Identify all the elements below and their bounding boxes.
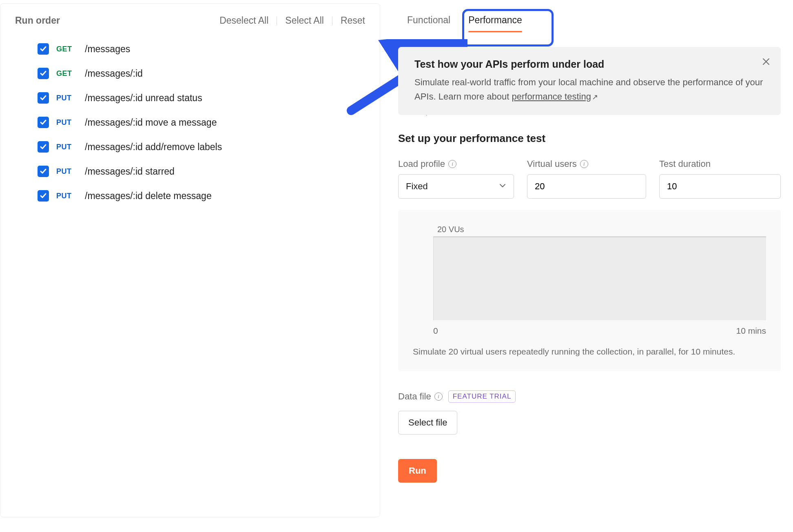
- banner-body: Simulate real-world traffic from your lo…: [414, 75, 767, 104]
- close-icon[interactable]: [762, 57, 770, 67]
- request-row[interactable]: PUT /messages/:id unread status: [38, 92, 365, 104]
- run-order-title: Run order: [15, 15, 60, 26]
- request-path: /messages/:id: [85, 68, 143, 79]
- chart-axis-end: 10 mins: [736, 326, 766, 336]
- request-method: GET: [56, 69, 78, 78]
- request-checkbox[interactable]: [38, 141, 49, 153]
- chart-axis-start: 0: [433, 326, 438, 336]
- data-file-label: Data file i: [398, 391, 443, 402]
- chart-plot-area: [433, 236, 766, 320]
- load-profile-chart: 20 VUs 0 10 mins Simulate 20 virtual use…: [398, 210, 781, 371]
- info-icon[interactable]: i: [434, 392, 443, 401]
- request-checkbox[interactable]: [38, 43, 49, 55]
- request-path: /messages/:id move a message: [85, 117, 217, 128]
- label-text: Load profile: [398, 159, 445, 169]
- run-order-panel: Run order Deselect All Select All Reset …: [0, 3, 380, 517]
- feature-trial-badge[interactable]: FEATURE TRIAL: [448, 390, 516, 403]
- banner-title: Test how your APIs perform under load: [414, 58, 767, 70]
- request-path: /messages/:id delete message: [85, 191, 212, 202]
- chevron-down-icon: [499, 181, 506, 192]
- chart-load-line: [434, 236, 766, 237]
- request-row[interactable]: PUT /messages/:id add/remove labels: [38, 141, 365, 153]
- divider: [277, 16, 277, 25]
- performance-testing-link[interactable]: performance testing: [512, 91, 591, 102]
- divider: [332, 16, 332, 25]
- label-text: Test duration: [659, 159, 711, 169]
- select-file-button[interactable]: Select file: [398, 411, 457, 434]
- select-all-button[interactable]: Select All: [285, 15, 324, 26]
- select-value: Fixed: [406, 181, 428, 192]
- request-method: PUT: [56, 143, 78, 151]
- info-icon[interactable]: i: [448, 160, 456, 168]
- reset-button[interactable]: Reset: [341, 15, 365, 26]
- label-text: Virtual users: [527, 159, 577, 169]
- request-checkbox[interactable]: [38, 92, 49, 104]
- request-list: GET /messages GET /messages/:id PUT /mes…: [38, 43, 365, 202]
- request-path: /messages: [85, 44, 130, 55]
- tabs: Functional Performance: [398, 11, 781, 32]
- tab-functional[interactable]: Functional: [398, 11, 459, 32]
- deselect-all-button[interactable]: Deselect All: [219, 15, 268, 26]
- setup-heading: Set up your performance test: [398, 132, 781, 145]
- request-method: PUT: [56, 118, 78, 127]
- run-button[interactable]: Run: [398, 459, 437, 483]
- run-order-actions: Deselect All Select All Reset: [219, 15, 365, 26]
- label-text: Data file: [398, 391, 431, 402]
- request-path: /messages/:id add/remove labels: [85, 142, 222, 153]
- chart-vu-label: 20 VUs: [437, 225, 464, 234]
- request-checkbox[interactable]: [38, 68, 49, 79]
- info-icon[interactable]: i: [580, 160, 588, 168]
- test-duration-field: mins: [659, 174, 781, 199]
- info-banner: Test how your APIs perform under load Si…: [398, 47, 781, 115]
- request-method: GET: [56, 45, 78, 53]
- performance-config-panel: Functional Performance Test how your API…: [398, 3, 781, 517]
- external-link-icon: ↗: [592, 93, 598, 101]
- load-profile-label: Load profile i: [398, 159, 514, 169]
- request-row[interactable]: GET /messages/:id: [38, 68, 365, 79]
- chart-description: Simulate 20 virtual users repeatedly run…: [413, 345, 766, 359]
- request-path: /messages/:id starred: [85, 166, 175, 177]
- request-row[interactable]: PUT /messages/:id move a message: [38, 117, 365, 128]
- virtual-users-label: Virtual users i: [527, 159, 646, 169]
- request-checkbox[interactable]: [38, 190, 49, 202]
- tab-performance[interactable]: Performance: [459, 11, 531, 32]
- request-method: PUT: [56, 192, 78, 200]
- request-row[interactable]: PUT /messages/:id starred: [38, 166, 365, 177]
- request-method: PUT: [56, 94, 78, 102]
- request-path: /messages/:id unread status: [85, 93, 202, 104]
- request-method: PUT: [56, 167, 78, 176]
- request-row[interactable]: GET /messages: [38, 43, 365, 55]
- load-profile-select[interactable]: Fixed: [398, 174, 514, 199]
- test-duration-input[interactable]: [660, 175, 781, 198]
- request-checkbox[interactable]: [38, 117, 49, 128]
- test-duration-label: Test duration: [659, 159, 781, 169]
- virtual-users-input[interactable]: [527, 174, 646, 199]
- request-row[interactable]: PUT /messages/:id delete message: [38, 190, 365, 202]
- request-checkbox[interactable]: [38, 166, 49, 177]
